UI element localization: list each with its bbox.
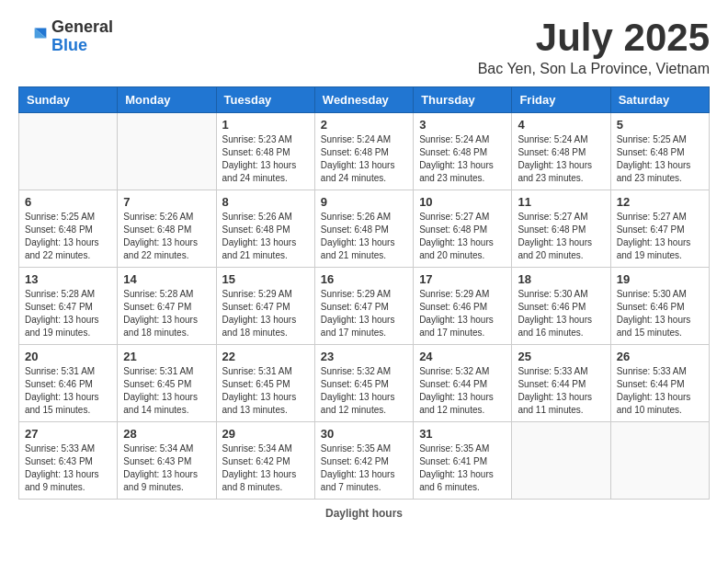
day-number: 16 [321, 272, 407, 286]
day-info: Sunrise: 5:32 AM Sunset: 6:44 PM Dayligh… [419, 365, 506, 417]
calendar-cell: 30Sunrise: 5:35 AM Sunset: 6:42 PM Dayli… [314, 422, 413, 500]
calendar-cell: 22Sunrise: 5:31 AM Sunset: 6:45 PM Dayli… [216, 345, 314, 422]
day-info: Sunrise: 5:34 AM Sunset: 6:42 PM Dayligh… [222, 442, 309, 494]
calendar-cell: 31Sunrise: 5:35 AM Sunset: 6:41 PM Dayli… [414, 422, 512, 500]
day-info: Sunrise: 5:24 AM Sunset: 6:48 PM Dayligh… [419, 133, 506, 185]
calendar-cell [512, 422, 610, 500]
logo-text: General Blue [51, 18, 113, 55]
day-number: 13 [25, 272, 111, 286]
day-number: 25 [518, 350, 604, 363]
calendar-cell: 10Sunrise: 5:27 AM Sunset: 6:48 PM Dayli… [414, 190, 512, 268]
day-info: Sunrise: 5:28 AM Sunset: 6:47 PM Dayligh… [25, 288, 111, 339]
calendar-table: SundayMondayTuesdayWednesdayThursdayFrid… [18, 86, 710, 500]
day-number: 1 [222, 118, 309, 132]
day-info: Sunrise: 5:27 AM Sunset: 6:48 PM Dayligh… [419, 211, 506, 262]
day-info: Sunrise: 5:26 AM Sunset: 6:48 PM Dayligh… [321, 211, 407, 262]
day-number: 5 [617, 118, 703, 132]
calendar-cell: 5Sunrise: 5:25 AM Sunset: 6:48 PM Daylig… [610, 113, 709, 190]
month-title: July 2025 [478, 18, 710, 57]
day-header-monday: Monday [118, 87, 216, 113]
day-number: 27 [25, 427, 111, 441]
location-title: Bac Yen, Son La Province, Vietnam [478, 61, 710, 77]
day-info: Sunrise: 5:24 AM Sunset: 6:48 PM Dayligh… [321, 133, 407, 185]
day-info: Sunrise: 5:32 AM Sunset: 6:45 PM Dayligh… [321, 365, 407, 417]
calendar-cell: 13Sunrise: 5:28 AM Sunset: 6:47 PM Dayli… [19, 268, 118, 345]
day-header-saturday: Saturday [610, 87, 709, 113]
day-header-sunday: Sunday [19, 87, 118, 113]
day-number: 30 [321, 427, 407, 441]
day-info: Sunrise: 5:23 AM Sunset: 6:48 PM Dayligh… [222, 133, 309, 185]
logo-blue-text: Blue [51, 37, 113, 55]
header: General Blue July 2025 Bac Yen, Son La P… [18, 18, 710, 77]
day-number: 31 [419, 427, 506, 441]
logo: General Blue [18, 18, 113, 55]
footer-note: Daylight hours [18, 507, 710, 520]
calendar-cell: 24Sunrise: 5:32 AM Sunset: 6:44 PM Dayli… [414, 345, 512, 422]
calendar-cell: 21Sunrise: 5:31 AM Sunset: 6:45 PM Dayli… [118, 345, 216, 422]
daylight-hours-label: Daylight hours [325, 507, 403, 520]
day-info: Sunrise: 5:29 AM Sunset: 6:47 PM Dayligh… [222, 288, 309, 339]
calendar-cell: 7Sunrise: 5:26 AM Sunset: 6:48 PM Daylig… [118, 190, 216, 268]
calendar-cell: 18Sunrise: 5:30 AM Sunset: 6:46 PM Dayli… [512, 268, 610, 345]
day-header-friday: Friday [512, 87, 610, 113]
calendar-cell [610, 422, 709, 500]
week-row-4: 20Sunrise: 5:31 AM Sunset: 6:46 PM Dayli… [19, 345, 710, 422]
calendar-cell: 28Sunrise: 5:34 AM Sunset: 6:43 PM Dayli… [118, 422, 216, 500]
day-info: Sunrise: 5:27 AM Sunset: 6:48 PM Dayligh… [518, 211, 604, 262]
calendar-cell: 1Sunrise: 5:23 AM Sunset: 6:48 PM Daylig… [216, 113, 314, 190]
week-row-5: 27Sunrise: 5:33 AM Sunset: 6:43 PM Dayli… [19, 422, 710, 500]
day-info: Sunrise: 5:27 AM Sunset: 6:47 PM Dayligh… [617, 211, 703, 262]
day-number: 20 [25, 350, 111, 363]
day-info: Sunrise: 5:34 AM Sunset: 6:43 PM Dayligh… [123, 442, 210, 494]
calendar-cell: 26Sunrise: 5:33 AM Sunset: 6:44 PM Dayli… [610, 345, 709, 422]
day-number: 18 [518, 272, 604, 286]
title-section: July 2025 Bac Yen, Son La Province, Viet… [478, 18, 710, 77]
calendar-cell: 6Sunrise: 5:25 AM Sunset: 6:48 PM Daylig… [19, 190, 118, 268]
calendar-cell: 23Sunrise: 5:32 AM Sunset: 6:45 PM Dayli… [314, 345, 413, 422]
calendar-cell: 11Sunrise: 5:27 AM Sunset: 6:48 PM Dayli… [512, 190, 610, 268]
day-number: 9 [321, 195, 407, 209]
day-number: 2 [321, 118, 407, 132]
days-header-row: SundayMondayTuesdayWednesdayThursdayFrid… [19, 87, 710, 113]
calendar-cell: 20Sunrise: 5:31 AM Sunset: 6:46 PM Dayli… [19, 345, 118, 422]
day-header-thursday: Thursday [414, 87, 512, 113]
day-info: Sunrise: 5:26 AM Sunset: 6:48 PM Dayligh… [222, 211, 309, 262]
day-info: Sunrise: 5:33 AM Sunset: 6:44 PM Dayligh… [617, 365, 703, 417]
week-row-1: 1Sunrise: 5:23 AM Sunset: 6:48 PM Daylig… [19, 113, 710, 190]
day-number: 19 [617, 272, 703, 286]
calendar-cell: 25Sunrise: 5:33 AM Sunset: 6:44 PM Dayli… [512, 345, 610, 422]
day-number: 14 [123, 272, 210, 286]
day-number: 3 [419, 118, 506, 132]
calendar-cell: 3Sunrise: 5:24 AM Sunset: 6:48 PM Daylig… [414, 113, 512, 190]
day-number: 12 [617, 195, 703, 209]
day-number: 10 [419, 195, 506, 209]
day-info: Sunrise: 5:33 AM Sunset: 6:43 PM Dayligh… [25, 442, 111, 494]
calendar-cell: 17Sunrise: 5:29 AM Sunset: 6:46 PM Dayli… [414, 268, 512, 345]
calendar-cell: 19Sunrise: 5:30 AM Sunset: 6:46 PM Dayli… [610, 268, 709, 345]
calendar-cell: 8Sunrise: 5:26 AM Sunset: 6:48 PM Daylig… [216, 190, 314, 268]
calendar-cell: 14Sunrise: 5:28 AM Sunset: 6:47 PM Dayli… [118, 268, 216, 345]
day-number: 11 [518, 195, 604, 209]
logo-icon [18, 22, 48, 52]
day-info: Sunrise: 5:26 AM Sunset: 6:48 PM Dayligh… [123, 211, 210, 262]
calendar-cell: 27Sunrise: 5:33 AM Sunset: 6:43 PM Dayli… [19, 422, 118, 500]
day-info: Sunrise: 5:35 AM Sunset: 6:42 PM Dayligh… [321, 442, 407, 494]
calendar-cell [118, 113, 216, 190]
day-number: 22 [222, 350, 309, 363]
day-number: 28 [123, 427, 210, 441]
logo-general-text: General [51, 18, 113, 37]
day-info: Sunrise: 5:33 AM Sunset: 6:44 PM Dayligh… [518, 365, 604, 417]
day-info: Sunrise: 5:25 AM Sunset: 6:48 PM Dayligh… [25, 211, 111, 262]
day-number: 6 [25, 195, 111, 209]
calendar-cell [19, 113, 118, 190]
day-number: 15 [222, 272, 309, 286]
day-header-wednesday: Wednesday [314, 87, 413, 113]
day-number: 17 [419, 272, 506, 286]
day-header-tuesday: Tuesday [216, 87, 314, 113]
day-info: Sunrise: 5:29 AM Sunset: 6:47 PM Dayligh… [321, 288, 407, 339]
day-number: 4 [518, 118, 604, 132]
calendar-cell: 4Sunrise: 5:24 AM Sunset: 6:48 PM Daylig… [512, 113, 610, 190]
day-number: 23 [321, 350, 407, 363]
week-row-3: 13Sunrise: 5:28 AM Sunset: 6:47 PM Dayli… [19, 268, 710, 345]
calendar-cell: 12Sunrise: 5:27 AM Sunset: 6:47 PM Dayli… [610, 190, 709, 268]
